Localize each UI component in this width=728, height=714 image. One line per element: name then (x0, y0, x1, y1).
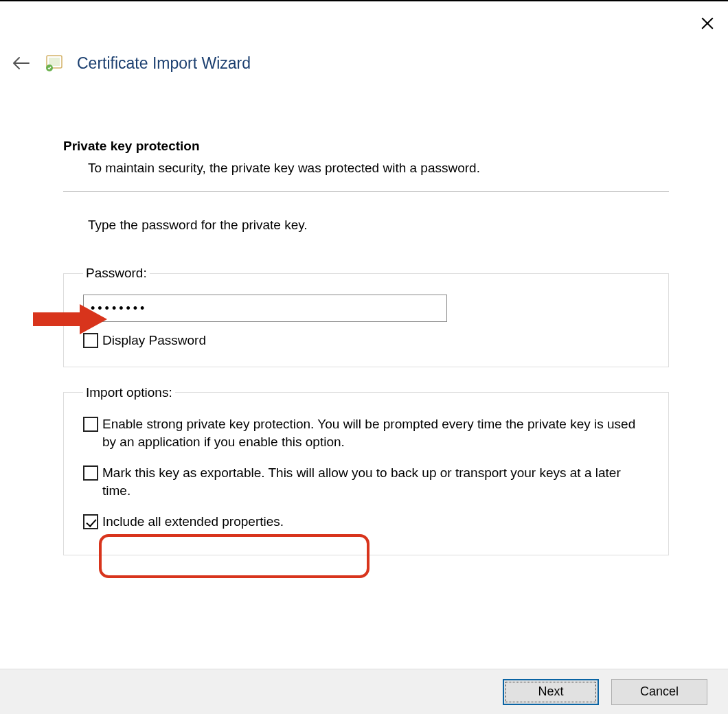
include-extended-label: Include all extended properties. (102, 513, 284, 531)
back-button[interactable] (11, 53, 32, 73)
section-description: To maintain security, the private key wa… (88, 161, 669, 176)
footer: Next Cancel (0, 669, 728, 714)
import-options-legend: Import options: (83, 385, 175, 400)
display-password-label: Display Password (102, 332, 206, 350)
svg-rect-1 (49, 58, 60, 66)
display-password-checkbox[interactable] (83, 333, 98, 348)
strong-protection-label: Enable strong private key protection. Yo… (102, 415, 649, 452)
section-heading: Private key protection (63, 139, 669, 154)
mark-exportable-checkbox[interactable] (83, 465, 98, 481)
cancel-button[interactable]: Cancel (611, 679, 707, 705)
import-options-fieldset: Import options: Enable strong private ke… (63, 385, 669, 555)
next-button[interactable]: Next (503, 679, 599, 705)
wizard-header: Certificate Import Wizard (11, 53, 251, 73)
strong-protection-checkbox[interactable] (83, 417, 98, 432)
certificate-wizard-icon (44, 53, 65, 73)
password-legend: Password: (83, 266, 150, 281)
prompt-text: Type the password for the private key. (88, 218, 669, 233)
wizard-title: Certificate Import Wizard (77, 54, 251, 73)
close-icon[interactable] (698, 14, 717, 33)
divider (63, 191, 669, 192)
password-input[interactable] (83, 295, 447, 322)
include-extended-checkbox[interactable] (83, 514, 98, 529)
mark-exportable-label: Mark this key as exportable. This will a… (102, 464, 649, 500)
password-fieldset: Password: Display Password (63, 266, 669, 367)
